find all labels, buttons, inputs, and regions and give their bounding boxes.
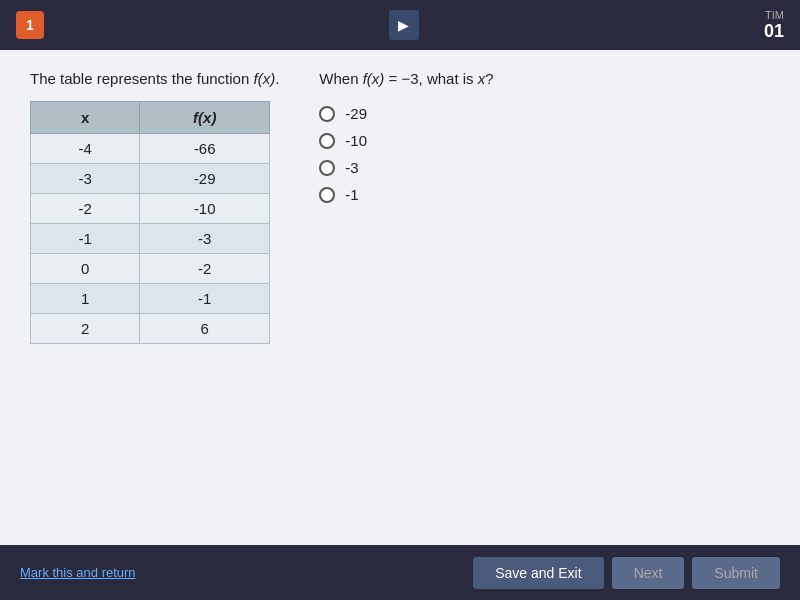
- table-cell: -3: [140, 224, 270, 254]
- table-cell: 1: [31, 284, 140, 314]
- mark-return-button[interactable]: Mark this and return: [20, 565, 136, 580]
- table-row: 1-1: [31, 284, 270, 314]
- table-row: -4-66: [31, 134, 270, 164]
- answer-label: -29: [345, 105, 367, 122]
- table-row: -1-3: [31, 224, 270, 254]
- answer-label: -10: [345, 132, 367, 149]
- table-cell: -10: [140, 194, 270, 224]
- answer-option-opt4[interactable]: -1: [319, 186, 770, 203]
- table-row: -3-29: [31, 164, 270, 194]
- col-header-fx: f(x): [140, 102, 270, 134]
- table-cell: -66: [140, 134, 270, 164]
- question-text: When f(x) = −3, what is x?: [319, 70, 770, 87]
- timer-area: TIM 01: [764, 9, 784, 42]
- answer-option-opt3[interactable]: -3: [319, 159, 770, 176]
- table-cell: 2: [31, 314, 140, 344]
- left-section: The table represents the function f(x). …: [30, 70, 279, 535]
- col-header-x: x: [31, 102, 140, 134]
- right-section: When f(x) = −3, what is x? -29-10-3-1: [319, 70, 770, 535]
- radio-circle[interactable]: [319, 133, 335, 149]
- timer-value: 01: [764, 21, 784, 42]
- table-cell: 0: [31, 254, 140, 284]
- main-content: The table represents the function f(x). …: [0, 50, 800, 545]
- answer-options: -29-10-3-1: [319, 105, 770, 203]
- table-cell: -3: [31, 164, 140, 194]
- table-row: -2-10: [31, 194, 270, 224]
- save-exit-button[interactable]: Save and Exit: [473, 557, 603, 589]
- function-table: x f(x) -4-66-3-29-2-10-1-30-21-126: [30, 101, 270, 344]
- bottom-bar: Mark this and return Save and Exit Next …: [0, 545, 800, 600]
- answer-label: -1: [345, 186, 358, 203]
- table-cell: -1: [140, 284, 270, 314]
- submit-button[interactable]: Submit: [692, 557, 780, 589]
- answer-label: -3: [345, 159, 358, 176]
- timer-label: TIM: [764, 9, 784, 21]
- table-cell: -2: [31, 194, 140, 224]
- next-button[interactable]: Next: [612, 557, 685, 589]
- radio-circle[interactable]: [319, 106, 335, 122]
- answer-option-opt1[interactable]: -29: [319, 105, 770, 122]
- radio-circle[interactable]: [319, 160, 335, 176]
- answer-option-opt2[interactable]: -10: [319, 132, 770, 149]
- question-number-badge: 1: [16, 11, 44, 39]
- table-cell: -1: [31, 224, 140, 254]
- top-bar: 1 ▶ TIM 01: [0, 0, 800, 50]
- question-area: The table represents the function f(x). …: [30, 70, 770, 535]
- table-row: 0-2: [31, 254, 270, 284]
- table-cell: -2: [140, 254, 270, 284]
- table-description: The table represents the function f(x).: [30, 70, 279, 87]
- table-cell: -29: [140, 164, 270, 194]
- table-cell: 6: [140, 314, 270, 344]
- table-row: 26: [31, 314, 270, 344]
- radio-circle[interactable]: [319, 187, 335, 203]
- bottom-buttons: Save and Exit Next Submit: [473, 557, 780, 589]
- table-cell: -4: [31, 134, 140, 164]
- nav-forward-button[interactable]: ▶: [389, 10, 419, 40]
